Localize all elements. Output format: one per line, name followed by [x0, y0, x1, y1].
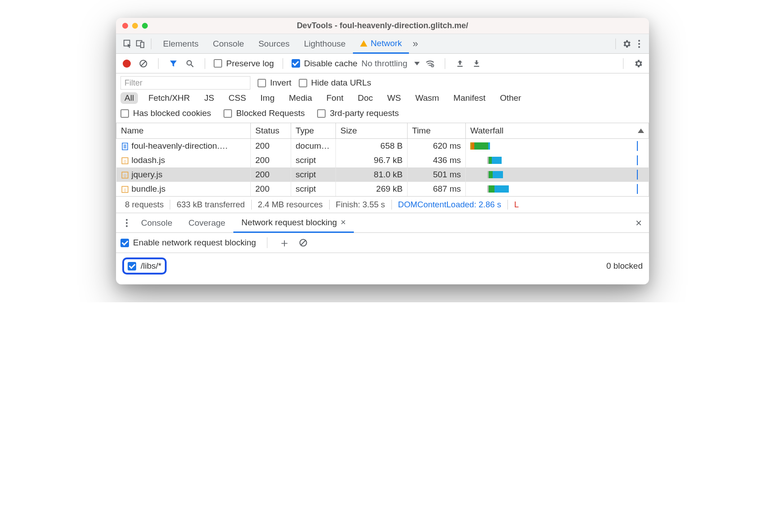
- type-filter-ws[interactable]: WS: [383, 92, 405, 104]
- svg-point-8: [432, 65, 433, 66]
- col-name[interactable]: Name: [116, 123, 251, 139]
- pattern-checkbox[interactable]: [128, 262, 136, 270]
- close-drawer-icon[interactable]: ×: [636, 217, 642, 229]
- drawer-tab-coverage[interactable]: Coverage: [181, 213, 233, 233]
- summary-resources: 2.4 MB resources: [252, 200, 330, 210]
- chevron-down-icon: [414, 62, 420, 65]
- col-type[interactable]: Type: [291, 123, 336, 139]
- type-filter-other[interactable]: Other: [496, 92, 525, 104]
- tab-lighthouse[interactable]: Lighthouse: [297, 34, 353, 54]
- table-row[interactable]: ⟨⟩jquery.js200script81.0 kB501 ms: [116, 167, 649, 182]
- type-filter-wasm[interactable]: Wasm: [411, 92, 443, 104]
- type-filter-img[interactable]: Img: [256, 92, 279, 104]
- hide-data-urls-checkbox[interactable]: Hide data URLs: [299, 78, 371, 88]
- disable-cache-checkbox[interactable]: Disable cache: [292, 59, 357, 69]
- minimize-window-button[interactable]: [132, 23, 138, 29]
- network-conditions-icon[interactable]: [424, 57, 436, 70]
- table-row[interactable]: ⟨⟩bundle.js200script269 kB687 ms: [116, 182, 649, 196]
- script-icon: ⟨⟩: [121, 156, 129, 165]
- device-toolbar-icon[interactable]: [134, 38, 146, 50]
- svg-text:⟨⟩: ⟨⟩: [124, 188, 126, 192]
- tab-network[interactable]: Network: [353, 34, 409, 54]
- drawer-tabbar: Console Coverage Network request blockin…: [116, 213, 649, 233]
- summary-transferred: 633 kB transferred: [170, 200, 251, 210]
- table-row[interactable]: ⟨⟩lodash.js200script96.7 kB436 ms: [116, 153, 649, 167]
- kebab-menu-icon[interactable]: [633, 38, 645, 50]
- summary-load-truncated: L: [508, 200, 519, 210]
- summary-requests: 8 requests: [119, 200, 170, 210]
- type-filter-doc[interactable]: Doc: [354, 92, 377, 104]
- svg-line-4: [141, 61, 146, 66]
- warning-icon: [360, 40, 367, 47]
- clear-icon[interactable]: [137, 57, 150, 70]
- col-status[interactable]: Status: [251, 123, 291, 139]
- blocking-toolbar: Enable network request blocking ＋: [116, 233, 649, 253]
- devtools-window: DevTools - foul-heavenly-direction.glitc…: [116, 18, 649, 284]
- enable-blocking-checkbox[interactable]: Enable network request blocking: [120, 238, 256, 248]
- search-icon[interactable]: [184, 57, 196, 70]
- network-settings-gear-icon[interactable]: [632, 57, 645, 70]
- col-time[interactable]: Time: [408, 123, 466, 139]
- drawer-tab-console[interactable]: Console: [133, 213, 181, 233]
- invert-checkbox[interactable]: Invert: [258, 78, 292, 88]
- script-icon: ⟨⟩: [121, 171, 129, 180]
- tab-elements[interactable]: Elements: [156, 34, 206, 54]
- inspect-element-icon[interactable]: [121, 38, 134, 50]
- type-filter-js[interactable]: JS: [200, 92, 218, 104]
- filter-input[interactable]: [120, 76, 250, 90]
- third-party-checkbox[interactable]: 3rd-party requests: [317, 108, 399, 118]
- traffic-lights: [116, 23, 148, 29]
- titlebar: DevTools - foul-heavenly-direction.glitc…: [116, 18, 649, 34]
- type-filter-manifest[interactable]: Manifest: [449, 92, 490, 104]
- svg-rect-2: [141, 42, 144, 47]
- throttling-select[interactable]: No throttling: [361, 59, 420, 69]
- network-toolbar: Preserve log Disable cache No throttling: [116, 54, 649, 73]
- add-pattern-icon[interactable]: ＋: [278, 236, 291, 249]
- type-filter-font[interactable]: Font: [322, 92, 348, 104]
- svg-line-22: [301, 240, 305, 245]
- resource-type-filters: AllFetch/XHRJSCSSImgMediaFontDocWSWasmMa…: [116, 91, 649, 107]
- zoom-window-button[interactable]: [142, 23, 148, 29]
- type-filter-fetch-xhr[interactable]: Fetch/XHR: [144, 92, 194, 104]
- svg-text:⟨⟩: ⟨⟩: [124, 174, 126, 178]
- network-summary: 8 requests 633 kB transferred 2.4 MB res…: [116, 196, 649, 213]
- blocked-count: 0 blocked: [606, 261, 643, 271]
- filter-row: Invert Hide data URLs: [116, 73, 649, 91]
- svg-line-6: [191, 64, 193, 67]
- has-blocked-cookies-checkbox[interactable]: Has blocked cookies: [120, 108, 211, 118]
- document-icon: [121, 142, 129, 151]
- drawer-tab-blocking[interactable]: Network request blocking ×: [233, 213, 354, 233]
- type-filter-media[interactable]: Media: [285, 92, 316, 104]
- close-tab-icon[interactable]: ×: [340, 217, 346, 227]
- pattern-text[interactable]: /libs/*: [141, 261, 161, 271]
- additional-filters-row: Has blocked cookies Blocked Requests 3rd…: [116, 107, 649, 123]
- svg-rect-9: [458, 66, 463, 67]
- svg-text:⟨⟩: ⟨⟩: [124, 159, 126, 163]
- svg-point-5: [187, 60, 191, 65]
- type-filter-css[interactable]: CSS: [224, 92, 250, 104]
- drawer-kebab-icon[interactable]: [120, 217, 133, 229]
- close-window-button[interactable]: [122, 23, 128, 29]
- col-size[interactable]: Size: [336, 123, 408, 139]
- settings-gear-icon[interactable]: [620, 38, 633, 50]
- summary-finish: Finish: 3.55 s: [330, 200, 392, 210]
- tab-network-label: Network: [371, 39, 402, 48]
- upload-har-icon[interactable]: [454, 57, 466, 70]
- filter-funnel-icon[interactable]: [167, 57, 180, 70]
- window-title: DevTools - foul-heavenly-direction.glitc…: [116, 21, 649, 30]
- type-filter-all[interactable]: All: [120, 92, 138, 104]
- download-har-icon[interactable]: [470, 57, 483, 70]
- more-tabs-icon[interactable]: »: [409, 38, 421, 50]
- summary-domcontentloaded: DOMContentLoaded: 2.86 s: [392, 200, 508, 210]
- col-waterfall[interactable]: Waterfall: [466, 123, 649, 139]
- blocked-requests-checkbox[interactable]: Blocked Requests: [223, 108, 305, 118]
- script-icon: ⟨⟩: [121, 185, 129, 194]
- remove-all-patterns-icon[interactable]: [297, 236, 309, 249]
- preserve-log-checkbox[interactable]: Preserve log: [214, 59, 274, 69]
- tab-console[interactable]: Console: [206, 34, 251, 54]
- record-icon[interactable]: [120, 57, 133, 70]
- tab-sources[interactable]: Sources: [251, 34, 297, 54]
- main-tabbar: Elements Console Sources Lighthouse Netw…: [116, 34, 649, 54]
- table-row[interactable]: foul-heavenly-direction.…200docum…658 B6…: [116, 139, 649, 154]
- blocking-pattern-row: /libs/* 0 blocked: [116, 253, 649, 284]
